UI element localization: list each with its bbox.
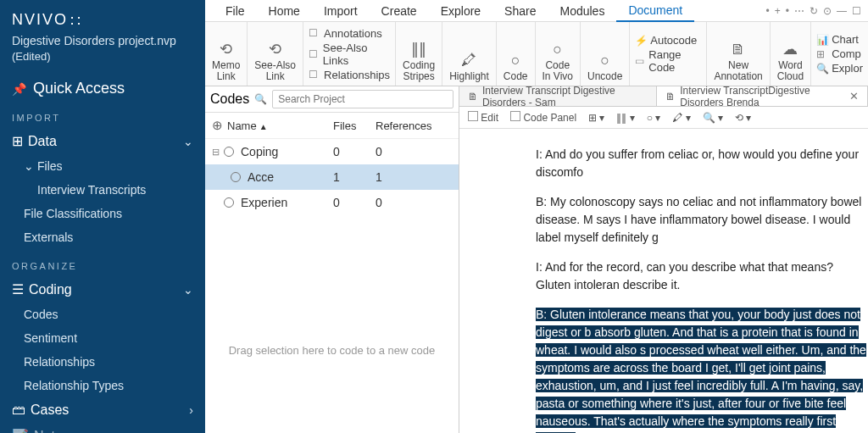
maximize-icon[interactable]: ☐	[852, 5, 861, 17]
ribbon-autocode-group: ⚡Autocode ▭Range Code	[630, 22, 707, 86]
codes-title: Codes	[210, 92, 249, 107]
toolbar-icon[interactable]: •	[786, 5, 789, 17]
nav-cases[interactable]: 🗃Cases ›	[0, 397, 205, 423]
cloud-icon: ☁	[782, 40, 798, 58]
chevron-right-icon: ›	[189, 430, 193, 434]
ribbon-new-annotation[interactable]: 🗎New Annotation	[707, 22, 770, 86]
code-row-coping[interactable]: ⊟ Coping 0 0	[205, 139, 459, 164]
app-logo: NVIVO꞉꞉	[0, 8, 205, 34]
nav-codes[interactable]: Codes	[0, 303, 205, 326]
stripes-icon: ‖‖	[411, 40, 426, 58]
window-controls: • + • ⋯ ↻ ⊙ — ☐	[766, 5, 868, 17]
ribbon-autocode[interactable]: ⚡Autocode	[635, 34, 701, 47]
ribbon-chart[interactable]: 📊Chart	[816, 33, 863, 46]
ribbon: ⟲Memo Link ⟲See-Also Link ☐Annotations ☐…	[205, 22, 868, 86]
menu-create[interactable]: Create	[370, 1, 429, 21]
project-status: (Edited)	[0, 50, 205, 75]
nav-data[interactable]: ⊞Data ⌄	[0, 128, 205, 154]
pin-icon: 📌	[12, 82, 26, 96]
toolbar-icon[interactable]: ⋯	[794, 5, 804, 17]
circle-icon: ○	[511, 52, 520, 69]
ribbon-annotations[interactable]: ☐Annotations	[309, 27, 390, 40]
col-files[interactable]: Files	[333, 119, 376, 132]
nav-externals[interactable]: Externals	[0, 225, 205, 249]
toolbar-icon[interactable]: ↻	[810, 5, 818, 17]
data-icon: ⊞	[12, 134, 23, 148]
menu-share[interactable]: Share	[492, 1, 548, 21]
ribbon-links-group: ☐Annotations ☐See-Also Links ☐Relationsh…	[303, 22, 396, 86]
nav-notes[interactable]: 📝Notes ›	[0, 423, 205, 433]
ribbon-relationships[interactable]: ☐Relationships	[309, 69, 390, 81]
add-code-button[interactable]: ⊕	[212, 118, 227, 133]
toolbar-icon[interactable]: •	[766, 5, 770, 17]
ribbon-explor[interactable]: 🔍Explor	[816, 62, 863, 75]
toolbar-icon[interactable]: ⊙	[823, 5, 832, 17]
ribbon-memo-link[interactable]: ⟲Memo Link	[205, 22, 248, 86]
toolbar-dropdown[interactable]: 🖍 ▾	[672, 112, 690, 124]
main-area: File Home Import Create Explore Share Mo…	[205, 0, 868, 433]
transcript-line: B: My colonoscopy says no celiac and not…	[536, 193, 868, 247]
transcript-line: I: And for the record, can you describe …	[536, 258, 868, 294]
link-icon: ⟲	[269, 40, 281, 58]
sidebar: NVIVO꞉꞉ Digestive Disorders project.nvp …	[0, 0, 205, 433]
menu-file[interactable]: File	[214, 1, 257, 21]
chevron-right-icon: ›	[189, 403, 193, 417]
menu-home[interactable]: Home	[257, 1, 312, 21]
toolbar-dropdown[interactable]: ⟲ ▾	[735, 112, 751, 124]
code-row-experien[interactable]: Experien 0 0	[205, 190, 459, 215]
circle-icon	[224, 147, 234, 157]
ribbon-chart-group: 📊Chart ⊞Comp 🔍Explor	[811, 22, 868, 86]
close-icon[interactable]: ✕	[849, 90, 859, 103]
collapse-icon[interactable]: ⊟	[212, 147, 224, 158]
document-tabs: 🗎 Interview Transcript Digestive Disorde…	[459, 86, 868, 107]
ribbon-highlight[interactable]: 🖍Highlight	[442, 22, 497, 86]
ribbon-word-cloud[interactable]: ☁Word Cloud	[771, 22, 811, 86]
nav-file-classifications[interactable]: File Classifications	[0, 202, 205, 225]
toolbar-dropdown[interactable]: ‖‖ ▾	[616, 112, 634, 124]
chevron-down-icon: ⌄	[24, 159, 34, 173]
document-panel: 🗎 Interview Transcript Digestive Disorde…	[459, 86, 868, 433]
list-icon: ☰	[12, 282, 24, 297]
search-input[interactable]	[272, 90, 453, 108]
col-references[interactable]: References	[376, 119, 452, 132]
transcript-line-highlighted: B: Gluten intolerance means that you, yo…	[536, 306, 868, 433]
menu-import[interactable]: Import	[312, 1, 370, 21]
code-row-acce[interactable]: Acce 1 1	[205, 164, 459, 190]
ribbon-code-in-vivo[interactable]: ○Code In Vivo	[536, 22, 581, 86]
code-panel-toggle[interactable]: Code Panel	[510, 111, 576, 124]
minimize-icon[interactable]: —	[837, 5, 847, 17]
doc-tab-brenda[interactable]: 🗎 Interview TranscriptDigestive Disorder…	[657, 86, 868, 106]
col-name[interactable]: Name▲	[227, 119, 333, 132]
menu-modules[interactable]: Modules	[548, 1, 616, 21]
toolbar-dropdown[interactable]: ○ ▾	[647, 112, 661, 124]
project-name: Digestive Disorders project.nvp	[0, 34, 205, 50]
briefcase-icon: 🗃	[12, 402, 25, 417]
quick-access[interactable]: 📌 Quick Access	[0, 75, 205, 113]
doc-tab-sam[interactable]: 🗎 Interview Transcript Digestive Disorde…	[459, 86, 657, 106]
chevron-down-icon: ⌄	[183, 135, 193, 148]
ribbon-code[interactable]: ○Code	[497, 22, 536, 86]
ribbon-comp[interactable]: ⊞Comp	[816, 47, 863, 60]
ribbon-see-also-link[interactable]: ⟲See-Also Link	[248, 22, 303, 86]
toolbar-dropdown[interactable]: 🔍 ▾	[703, 112, 723, 124]
menu-document[interactable]: Document	[616, 0, 694, 22]
document-body[interactable]: I: And do you suffer from celiac or, how…	[459, 129, 868, 433]
document-toolbar: Edit Code Panel ⊞ ▾ ‖‖ ▾ ○ ▾ 🖍 ▾ 🔍 ▾ ⟲ ▾	[459, 107, 868, 129]
toolbar-dropdown[interactable]: ⊞ ▾	[588, 112, 604, 124]
note-icon: 🗎	[731, 41, 746, 58]
nav-relationship-types[interactable]: Relationship Types	[0, 374, 205, 397]
ribbon-see-also-links[interactable]: ☐See-Also Links	[309, 42, 390, 67]
nav-relationships[interactable]: Relationships	[0, 350, 205, 374]
ribbon-uncode[interactable]: ○Uncode	[581, 22, 630, 86]
nav-interview-transcripts[interactable]: Interview Transcripts	[0, 178, 205, 202]
sort-asc-icon: ▲	[259, 122, 268, 131]
toolbar-icon[interactable]: +	[775, 5, 781, 17]
nav-files[interactable]: ⌄Files	[0, 154, 205, 178]
transcript-line: I: And do you suffer from celiac or, how…	[536, 146, 868, 181]
ribbon-range-code[interactable]: ▭Range Code	[635, 48, 701, 74]
menu-explore[interactable]: Explore	[429, 1, 492, 21]
ribbon-coding-stripes[interactable]: ‖‖Coding Stripes	[396, 22, 442, 86]
nav-coding[interactable]: ☰Coding ⌄	[0, 276, 205, 303]
nav-sentiment[interactable]: Sentiment	[0, 326, 205, 350]
edit-toggle[interactable]: Edit	[468, 111, 498, 124]
